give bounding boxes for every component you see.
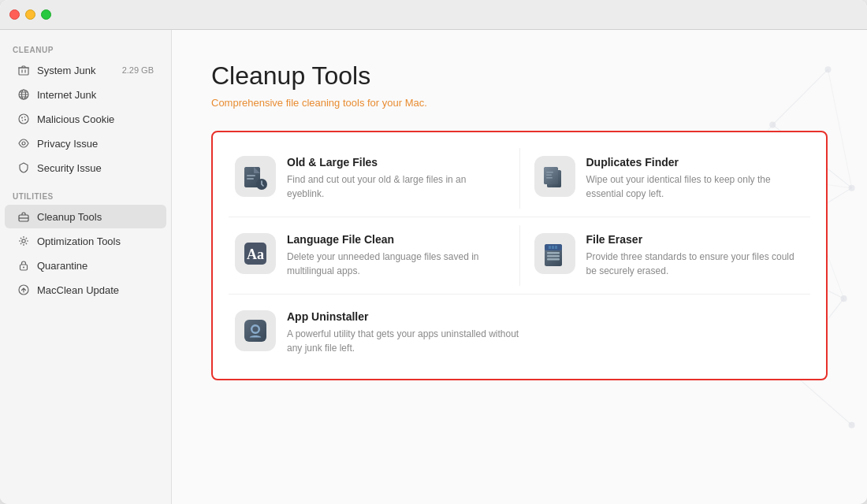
svg-rect-63 xyxy=(549,246,551,249)
arrow-up-icon xyxy=(17,284,30,296)
svg-text:Aa: Aa xyxy=(247,246,264,262)
tool-name: Duplicates Finder xyxy=(586,156,805,169)
sidebar-item-label: Privacy Issue xyxy=(37,138,154,150)
sidebar-item-optimization-tools[interactable]: Optimization Tools xyxy=(5,229,166,253)
tool-language-file-clean[interactable]: Aa Language File Clean Delete your unnee… xyxy=(221,217,519,294)
tool-old-large-files[interactable]: Old & Large Files Find and cut out your … xyxy=(221,140,519,217)
eye-icon xyxy=(17,137,30,150)
svg-rect-64 xyxy=(552,246,554,249)
svg-point-11 xyxy=(24,117,26,118)
sidebar-section-utilities: Utilities xyxy=(0,187,171,204)
svg-rect-61 xyxy=(547,252,560,254)
svg-point-13 xyxy=(22,120,24,121)
svg-point-23 xyxy=(849,185,855,191)
sidebar-item-system-junk[interactable]: System Junk 2.29 GB xyxy=(5,58,166,82)
svg-rect-60 xyxy=(547,258,560,261)
sidebar: Cleanup System Junk 2.29 GB xyxy=(0,30,172,504)
svg-point-9 xyxy=(19,114,28,124)
gear-icon xyxy=(17,235,30,247)
svg-rect-47 xyxy=(247,178,254,180)
svg-rect-54 xyxy=(546,175,552,176)
app-window: Cleanup System Junk 2.29 GB xyxy=(0,0,867,504)
svg-rect-65 xyxy=(555,246,557,249)
sidebar-item-security-issue[interactable]: Security Issue xyxy=(5,156,166,180)
old-files-icon xyxy=(235,156,276,197)
svg-point-12 xyxy=(24,119,26,120)
tool-file-eraser[interactable]: File Eraser Provide three standards to e… xyxy=(520,217,819,294)
traffic-lights xyxy=(9,9,51,20)
minimize-button[interactable] xyxy=(25,9,35,20)
sidebar-item-label: Quarantine xyxy=(37,260,154,272)
sidebar-item-cleanup-tools[interactable]: Cleanup Tools xyxy=(5,205,166,228)
tool-app-uninstaller[interactable]: App Uninstaller A powerful utility that … xyxy=(221,295,534,371)
tools-row-1: Old & Large Files Find and cut out your … xyxy=(221,140,818,217)
tool-desc: Wipe out your identical files to keep on… xyxy=(586,172,805,201)
sidebar-item-label: Internet Junk xyxy=(37,89,154,101)
tools-row-3: App Uninstaller A powerful utility that … xyxy=(221,295,818,371)
svg-rect-59 xyxy=(547,255,560,258)
tool-name: App Uninstaller xyxy=(287,310,519,323)
sidebar-item-malicious-cookie[interactable]: Malicious Cookie xyxy=(5,107,166,131)
svg-rect-66 xyxy=(244,320,266,342)
trash-icon xyxy=(17,64,30,76)
tools-row-2: Aa Language File Clean Delete your unnee… xyxy=(221,217,818,294)
tool-desc: Delete your unneeded language files save… xyxy=(287,250,505,278)
tool-duplicates-finder[interactable]: Duplicates Finder Wipe out your identica… xyxy=(520,140,819,217)
shield-icon xyxy=(17,161,30,174)
tool-info: Duplicates Finder Wipe out your identica… xyxy=(586,156,805,201)
tool-info: Old & Large Files Find and cut out your … xyxy=(287,156,505,201)
tool-name: File Eraser xyxy=(586,233,805,246)
tool-info: Language File Clean Delete your unneeded… xyxy=(287,233,505,278)
tool-info: App Uninstaller A powerful utility that … xyxy=(287,310,519,355)
page-title: Cleanup Tools xyxy=(211,61,828,91)
sidebar-item-label: Malicious Cookie xyxy=(37,113,154,125)
svg-rect-0 xyxy=(19,68,28,75)
duplicates-icon xyxy=(534,156,575,197)
svg-rect-46 xyxy=(247,175,255,176)
svg-rect-55 xyxy=(546,177,553,179)
sidebar-item-label: Cleanup Tools xyxy=(37,211,154,223)
sidebar-item-quarantine[interactable]: Quarantine xyxy=(5,254,166,277)
svg-point-22 xyxy=(769,121,776,128)
svg-point-25 xyxy=(841,295,847,302)
eraser-icon xyxy=(534,233,575,274)
svg-line-36 xyxy=(828,69,852,188)
titlebar xyxy=(0,0,867,30)
system-junk-badge: 2.29 GB xyxy=(122,65,154,75)
cookie-icon xyxy=(17,113,30,125)
language-icon: Aa xyxy=(235,233,276,274)
sidebar-item-label: MacClean Update xyxy=(37,284,154,296)
globe-icon xyxy=(17,88,30,101)
tool-desc: Provide three standards to ensure your f… xyxy=(586,250,805,278)
tool-name: Language File Clean xyxy=(287,233,505,246)
main-content: Cleanup Tools Comprehensive file cleanin… xyxy=(172,30,867,504)
close-button[interactable] xyxy=(9,9,20,20)
sidebar-item-macclean-update[interactable]: MacClean Update xyxy=(5,278,166,302)
svg-point-14 xyxy=(22,142,25,145)
sidebar-item-label: Security Issue xyxy=(37,162,154,174)
svg-point-19 xyxy=(23,267,24,269)
tool-desc: A powerful utility that gets your apps u… xyxy=(287,327,519,355)
sidebar-item-privacy-issue[interactable]: Privacy Issue xyxy=(5,132,166,155)
svg-point-10 xyxy=(21,117,23,119)
sidebar-item-internet-junk[interactable]: Internet Junk xyxy=(5,83,166,106)
app-content: Cleanup System Junk 2.29 GB xyxy=(0,30,867,504)
tool-info: File Eraser Provide three standards to e… xyxy=(586,233,805,278)
svg-point-27 xyxy=(849,422,855,428)
svg-rect-53 xyxy=(546,172,553,173)
uninstaller-icon xyxy=(235,310,276,351)
sidebar-section-cleanup: Cleanup xyxy=(0,41,171,57)
briefcase-icon xyxy=(17,210,30,223)
empty-cell xyxy=(534,295,818,371)
sidebar-item-label: Optimization Tools xyxy=(37,235,154,247)
svg-point-17 xyxy=(22,239,25,243)
tool-desc: Find and cut out your old & large files … xyxy=(287,172,505,201)
page-subtitle: Comprehensive file cleaning tools for yo… xyxy=(211,97,828,109)
sidebar-item-label: System Junk xyxy=(37,65,115,76)
maximize-button[interactable] xyxy=(41,9,51,20)
lock-icon xyxy=(17,259,30,272)
tool-name: Old & Large Files xyxy=(287,156,505,169)
tools-grid: Old & Large Files Find and cut out your … xyxy=(211,131,828,380)
